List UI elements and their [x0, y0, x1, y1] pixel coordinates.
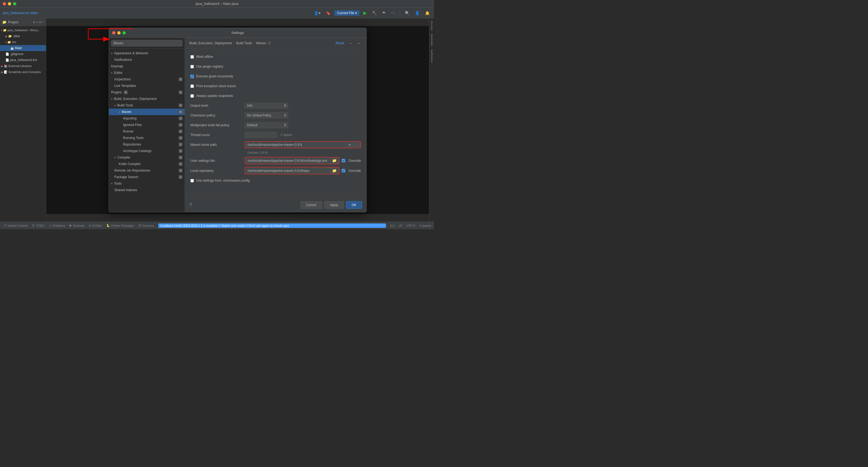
dialog-traffic-lights[interactable]	[112, 31, 126, 34]
indent[interactable]: 4 spaces	[419, 224, 431, 227]
nav-item-plugins[interactable]: Plugins ⊕ ⊟	[109, 89, 185, 96]
user-settings-input[interactable]	[245, 158, 330, 164]
nav-item-remote-jar[interactable]: Remote Jar Repositories ⊟	[109, 167, 185, 174]
tree-item-iml[interactable]: 📄 java_helloword.iml	[0, 57, 46, 63]
local-repository-input[interactable]	[245, 168, 330, 174]
profiler-item[interactable]: ◎ Profiler	[89, 224, 102, 227]
work-offline-label: Work offline	[196, 55, 213, 59]
notifications-button[interactable]: 🔔	[424, 10, 431, 16]
nav-item-archetype-catalogs[interactable]: Archetype Catalogs ⊟	[109, 148, 185, 154]
problems-item[interactable]: ⚠ Problems	[49, 224, 65, 227]
nav-item-compiler[interactable]: ▾ Compiler ⊟	[109, 154, 185, 161]
reset-button[interactable]: Reset	[334, 41, 346, 45]
ok-button[interactable]: OK	[346, 201, 362, 209]
tree-toggle-root[interactable]: ▾	[1, 29, 2, 32]
tree-item-external-libs[interactable]: ▶ 📚 External Libraries	[0, 63, 46, 69]
services-item[interactable]: ⚙ Services	[138, 224, 154, 227]
help-icon[interactable]: ?	[189, 202, 192, 208]
nav-item-runner[interactable]: Runner ⊟	[109, 128, 185, 135]
tree-item-idea[interactable]: ▶ 📁 .idea	[0, 33, 46, 39]
nav-item-importing[interactable]: Importing ⊟	[109, 115, 185, 122]
local-repository-override-checkbox[interactable]	[342, 169, 345, 173]
maven-home-browse-button[interactable]: …	[353, 142, 361, 148]
settings-search-box[interactable]	[109, 38, 185, 49]
update-snapshots-checkbox[interactable]	[190, 94, 194, 98]
nav-item-running-tests[interactable]: Running Tests ⊟	[109, 135, 185, 141]
python-packages-item[interactable]: 🐍 Python Packages	[106, 224, 134, 227]
nav-item-package-search[interactable]: Package Search ⊟	[109, 174, 185, 180]
nav-item-repositories[interactable]: Repositories ⊟	[109, 141, 185, 148]
dialog-minimize-button[interactable]	[117, 31, 121, 34]
notification-bar[interactable]: Localized IntelliJ IDEA 2023.1.2 is avai…	[158, 223, 386, 228]
use-settings-checkbox[interactable]	[190, 179, 194, 183]
tree-toggle-idea[interactable]: ▶	[5, 35, 8, 38]
local-repository-browse-button[interactable]: 📁	[330, 167, 339, 174]
nav-item-build-tools[interactable]: ▾ Build Tools ⊟	[109, 102, 185, 108]
work-offline-checkbox[interactable]	[190, 55, 194, 59]
nav-item-notifications[interactable]: Notifications	[109, 57, 185, 63]
nav-item-live-templates[interactable]: Live Templates	[109, 83, 185, 89]
multiproject-policy-select[interactable]: Default Fail at End No Fail	[245, 122, 288, 128]
todo-item[interactable]: ☰ TODO	[32, 224, 44, 227]
panel-controls[interactable]: ⊕ ≡ ⊟ ×	[33, 20, 44, 24]
nav-item-maven[interactable]: ▾ Maven ⊟	[109, 108, 185, 115]
tree-toggle-src[interactable]: ▾	[5, 41, 7, 44]
bookmarks-panel-toggle[interactable]: Bookmarks	[430, 33, 434, 47]
maximize-button[interactable]	[13, 2, 16, 5]
current-file-dropdown[interactable]: Current File ▾	[334, 10, 360, 16]
thread-count-input[interactable]	[245, 132, 277, 138]
traffic-lights[interactable]	[3, 2, 16, 5]
execute-goals-checkbox[interactable]	[190, 75, 194, 78]
nav-item-editor[interactable]: ▾ Editor	[109, 69, 185, 76]
structure-panel-toggle[interactable]: Structure	[430, 20, 434, 32]
notifications-panel-toggle[interactable]: Notifications	[430, 48, 434, 64]
cursor-position[interactable]: 5:2	[390, 224, 394, 227]
settings-search-input[interactable]	[111, 40, 183, 46]
navigate-button[interactable]: 🔖	[324, 10, 332, 16]
encoding[interactable]: UTF-8	[407, 224, 415, 227]
cancel-button[interactable]: Cancel	[300, 201, 322, 209]
profile-button[interactable]: 👤▾	[312, 10, 322, 16]
tree-item-gitignore[interactable]: 📄 .gitignore	[0, 51, 46, 57]
tree-item-main[interactable]: ☕ Main	[0, 45, 46, 51]
print-exceptions-checkbox[interactable]	[190, 85, 194, 88]
dialog-close-button[interactable]	[112, 31, 116, 34]
build-button[interactable]: 🔨	[370, 10, 378, 16]
nav-item-ignored-files[interactable]: Ignored Files ⊟	[109, 122, 185, 128]
plugin-registry-checkbox[interactable]	[190, 65, 194, 68]
search-everywhere-button[interactable]: 🔍	[403, 10, 411, 16]
nav-label-notifications: Notifications	[114, 58, 132, 62]
version-control-item[interactable]: ⎇ Version Control	[3, 224, 28, 227]
user-settings-browse-button[interactable]: 📁	[330, 157, 339, 164]
user-avatar[interactable]: 👤	[413, 10, 421, 16]
terminal-item[interactable]: ▶ Terminal	[69, 224, 84, 227]
nav-item-build[interactable]: ▾ Build, Execution, Deployment	[109, 96, 185, 102]
user-settings-override-checkbox[interactable]	[342, 159, 345, 162]
nav-item-tools[interactable]: ▾ Tools	[109, 180, 185, 187]
nav-item-kotlin-compiler[interactable]: Kotlin Compiler ⊟	[109, 161, 185, 167]
nav-item-appearance[interactable]: ▾ Appearance & Behavior	[109, 50, 185, 57]
tree-item-root[interactable]: ▾ 📁 java_helloword ~/Docu…	[0, 27, 46, 33]
maven-home-path-input[interactable]	[245, 142, 346, 148]
nav-item-inspections[interactable]: Inspections ⊟	[109, 76, 185, 83]
apply-button[interactable]: Apply	[324, 201, 344, 209]
back-button[interactable]: ←	[348, 40, 354, 46]
line-ending[interactable]: LF	[399, 224, 402, 227]
nav-item-shared-indexes[interactable]: Shared Indexes	[109, 187, 185, 193]
forward-button[interactable]: →	[356, 40, 362, 46]
breadcrumb-menu-icon[interactable]: ☰	[268, 41, 271, 45]
more-button[interactable]: ⋯	[390, 10, 397, 16]
tree-item-scratches[interactable]: ▶ 📝 Scratches and Consoles	[0, 69, 46, 75]
tree-toggle-scratch[interactable]: ▶	[1, 71, 3, 73]
checksum-policy-select[interactable]: No Global Policy Fail Warn Ignore	[245, 113, 288, 118]
tree-toggle-ext[interactable]: ▶	[1, 65, 3, 68]
nav-item-keymap[interactable]: Keymap	[109, 63, 185, 69]
coverage-button[interactable]: ☂	[380, 10, 387, 16]
minimize-button[interactable]	[8, 2, 11, 5]
maven-home-dropdown-button[interactable]: ▾	[346, 142, 353, 148]
run-button[interactable]: ▶	[362, 9, 368, 17]
dialog-maximize-button[interactable]	[123, 31, 126, 34]
tree-item-src[interactable]: ▾ 📁 src	[0, 39, 46, 45]
output-level-select[interactable]: Info Debug Error	[245, 103, 288, 108]
close-button[interactable]	[3, 2, 6, 5]
